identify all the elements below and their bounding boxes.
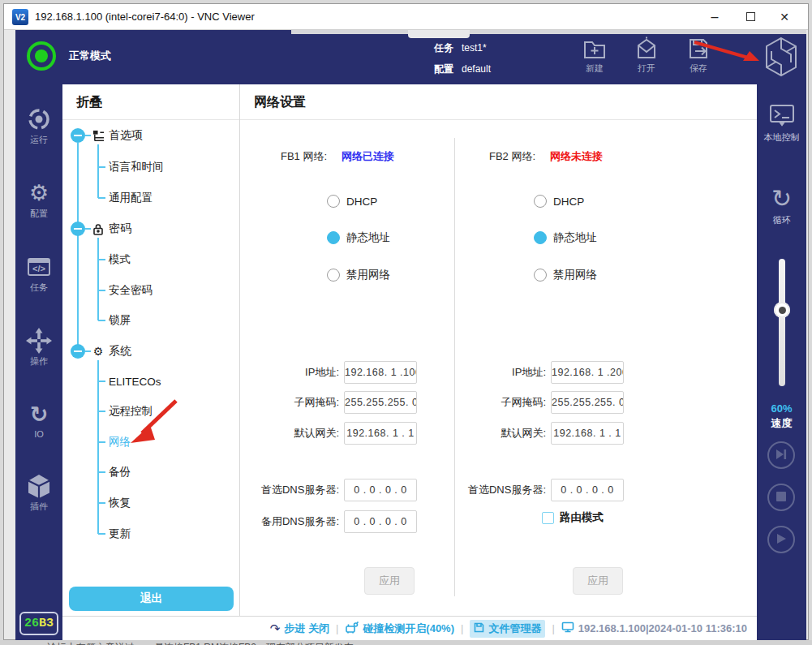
fb1-gateway-row: 默认网关: [243, 421, 417, 445]
collapse-minus-icon[interactable] [71, 221, 85, 236]
tree-item-restore[interactable]: 恢复 [98, 494, 131, 512]
step-status-text: 步进 关闭 [284, 621, 329, 636]
tree-item-security-password[interactable]: 安全密码 [98, 282, 153, 299]
sidebar-item-loop[interactable]: ↻ 循环 [757, 183, 806, 226]
file-manager-button[interactable]: 文件管理器 [470, 620, 545, 638]
step-status[interactable]: ↷ 步进 关闭 [270, 621, 329, 636]
tree-header-collapse[interactable]: 折叠 [62, 84, 239, 120]
fb2-radio-dhcp[interactable]: DHCP [534, 194, 584, 209]
radio-icon[interactable] [534, 269, 547, 282]
collision-status[interactable]: 碰撞检测开启(40%) [345, 621, 454, 636]
mode-indicator: 正常模式 [27, 41, 111, 71]
sidebar-item-local-control[interactable]: 本地控制 [757, 101, 806, 144]
title-bar[interactable]: V2 192.168.1.100 (intel-corei7-64:0) - V… [4, 4, 808, 30]
tree-item-language-time[interactable]: 语言和时间 [98, 158, 164, 176]
play-button[interactable] [767, 526, 795, 553]
collision-icon [345, 621, 359, 636]
exit-button[interactable]: 退出 [69, 587, 234, 611]
sidebar-item-config[interactable]: ⚙ 配置 [15, 179, 62, 220]
connection-icon [561, 621, 574, 635]
fb1-dns2-input[interactable] [344, 510, 417, 533]
tree-item-backup[interactable]: 备份 [98, 463, 131, 481]
connection-text: 192.168.1.100|2024-01-10 11:36:10 [578, 622, 747, 634]
fb2-ip-input[interactable] [551, 361, 624, 384]
tree-item-lock-screen[interactable]: 锁屏 [98, 312, 131, 329]
maximize-button[interactable] [738, 4, 763, 30]
tree-connector [77, 143, 79, 352]
fb1-gateway-input[interactable] [344, 422, 417, 445]
task-value: test1* [462, 42, 487, 54]
separator: | [461, 622, 463, 634]
fb2-ip-row: IP地址: [450, 360, 624, 384]
sidebar-item-task[interactable]: </> 任务 [15, 253, 62, 294]
password-icon [92, 222, 105, 235]
fb1-dns1-row: 首选DNS服务器: [243, 478, 417, 501]
open-icon [625, 37, 668, 61]
tree-item-general-config[interactable]: 通用配置 [98, 189, 153, 207]
collapse-minus-icon[interactable] [71, 344, 85, 359]
sidebar-item-operate[interactable]: 操作 [15, 327, 62, 368]
annotation-arrow-network [113, 394, 187, 453]
background-window-strip: 论坛上有篇文章说过……是连接FB1 RM连接FB2，现在部分项目新发布…… [0, 640, 812, 645]
tree-item-elitecos[interactable]: ELITECOs [98, 372, 161, 390]
logo-icon[interactable] [763, 36, 799, 81]
file-manager-label: 文件管理器 [488, 621, 541, 636]
fb1-apply-button[interactable]: 应用 [364, 567, 415, 595]
sidebar-item-io[interactable]: ↻ IO [15, 401, 62, 439]
fb1-mask-input[interactable] [344, 391, 417, 414]
fb1-radio-disable[interactable]: 禁用网络 [327, 268, 390, 282]
radio-icon[interactable] [327, 269, 340, 282]
right-sidebar: 本地控制 ↻ 循环 60% 速度 [757, 84, 806, 640]
step-forward-button[interactable] [767, 441, 795, 469]
stop-button[interactable] [767, 484, 795, 511]
fb1-ip-input[interactable] [344, 361, 417, 384]
fb1-radio-dhcp[interactable]: DHCP [327, 194, 377, 209]
io-icon: ↻ [15, 401, 62, 428]
speed-slider-thumb[interactable] [774, 302, 790, 318]
config-value: default [462, 63, 491, 75]
radio-icon[interactable] [327, 195, 340, 208]
fb2-dns1-row: 首选DNS服务器: [450, 478, 624, 501]
tree-group-password[interactable]: 密码 [71, 220, 131, 238]
connector-stub [85, 135, 91, 136]
sidebar-item-label: 配置 [15, 208, 62, 220]
tree-item-update[interactable]: 更新 [98, 525, 131, 543]
open-button[interactable]: 打开 [625, 37, 668, 75]
fb2-radio-static[interactable]: 静态地址 [534, 230, 597, 245]
config-icon: ⚙ [15, 179, 62, 207]
fb2-apply-button[interactable]: 应用 [573, 567, 623, 595]
sidebar-item-plugin[interactable]: 插件 [15, 472, 62, 513]
tree-group-system[interactable]: ⚙ 系统 [71, 342, 131, 360]
fb1-radio-static[interactable]: 静态地址 [327, 230, 390, 245]
speed-slider-track[interactable] [779, 259, 785, 386]
fb2-route-mode-checkbox[interactable]: 路由模式 [542, 510, 604, 526]
fb2-mask-input[interactable] [551, 391, 624, 414]
minimize-button[interactable]: – [702, 4, 727, 30]
fb1-network-label: FB1 网络: [281, 149, 327, 164]
radio-icon[interactable] [534, 231, 547, 244]
checkbox-icon[interactable] [542, 512, 554, 524]
close-button[interactable]: ✕ [772, 4, 797, 30]
loop-icon: ↻ [757, 183, 806, 213]
mode-status-icon [27, 41, 56, 71]
tree-group-preferences[interactable]: 首选项 [71, 127, 143, 144]
fb1-ip-row: IP地址: [243, 360, 417, 384]
collision-status-text: 碰撞检测开启(40%) [363, 621, 454, 636]
radio-icon[interactable] [534, 195, 547, 208]
new-button[interactable]: 新建 [574, 37, 616, 75]
collapse-minus-icon[interactable] [71, 128, 85, 143]
sidebar-item-run[interactable]: 运行 [15, 105, 62, 146]
fb2-status-text: 网络未连接 [550, 149, 603, 164]
tree-item-mode[interactable]: 模式 [98, 251, 131, 269]
task-label: 任务 [434, 42, 453, 54]
sidebar-item-label: 插件 [15, 501, 62, 513]
sidebar-item-label: 运行 [15, 134, 62, 146]
radio-icon[interactable] [327, 231, 340, 244]
task-row: 任务test1* [434, 37, 491, 58]
page-title: 网络设置 [240, 84, 757, 120]
fb2-radio-disable[interactable]: 禁用网络 [534, 268, 597, 282]
fb2-gateway-input[interactable] [551, 422, 624, 445]
fb2-gateway-row: 默认网关: [450, 421, 624, 445]
fb2-dns1-input[interactable] [551, 479, 624, 501]
fb1-dns1-input[interactable] [344, 479, 417, 501]
